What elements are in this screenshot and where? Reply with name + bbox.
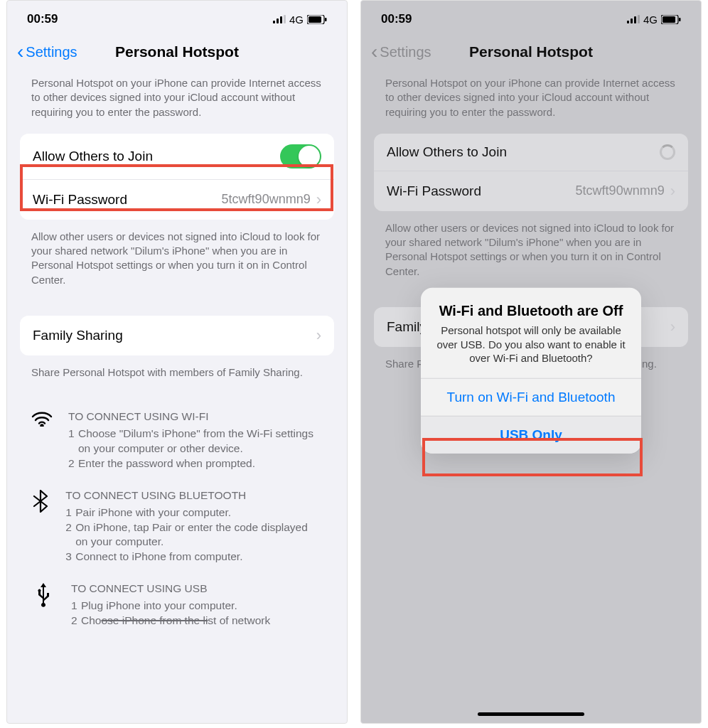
wifi-password-row[interactable]: Wi-Fi Password 5tcwft90wnmn9 › bbox=[374, 171, 688, 211]
svg-rect-11 bbox=[638, 15, 640, 23]
back-button[interactable]: ‹ Settings bbox=[17, 42, 77, 62]
wifi-icon bbox=[31, 410, 53, 471]
instr-usb: TO CONNECT USING USB 1 Plug iPhone into … bbox=[7, 572, 347, 636]
chevron-right-icon: › bbox=[316, 191, 321, 209]
allow-desc: Allow other users or devices not signed … bbox=[7, 224, 347, 287]
family-group: Family Sharing › bbox=[20, 316, 334, 355]
intro-text: Personal Hotspot on your iPhone can prov… bbox=[7, 73, 347, 129]
status-bar: 00:59 4G bbox=[7, 1, 347, 38]
screen-left: 00:59 4G ‹ Settings Personal Hotspot Per… bbox=[6, 0, 348, 724]
svg-rect-14 bbox=[679, 18, 681, 21]
alert-title: Wi-Fi and Bluetooth are Off bbox=[436, 302, 626, 319]
family-label: Family Sharing bbox=[33, 328, 123, 343]
chevron-right-icon: › bbox=[670, 182, 675, 200]
allow-label: Allow Others to Join bbox=[33, 149, 153, 164]
alert-usb-only-button[interactable]: USB Only bbox=[421, 415, 641, 453]
network-label: 4G bbox=[643, 14, 658, 26]
wifi-pw-value: 5tcwft90wnmn9 bbox=[576, 183, 665, 198]
bluetooth-icon bbox=[31, 488, 50, 565]
svg-point-7 bbox=[41, 425, 43, 427]
battery-icon bbox=[307, 15, 327, 24]
chevron-left-icon: ‹ bbox=[371, 42, 377, 62]
svg-rect-6 bbox=[325, 18, 327, 21]
svg-rect-2 bbox=[280, 16, 282, 23]
svg-rect-5 bbox=[309, 16, 321, 23]
alert-message: Personal hotspot will only be available … bbox=[436, 323, 626, 365]
wifi-pw-value: 5tcwft90wnmn9 bbox=[222, 192, 311, 207]
intro-text: Personal Hotspot on your iPhone can prov… bbox=[361, 73, 701, 129]
hotspot-group: Allow Others to Join Wi-Fi Password 5tcw… bbox=[20, 134, 334, 220]
network-label: 4G bbox=[289, 14, 304, 26]
svg-rect-10 bbox=[634, 16, 636, 23]
svg-rect-9 bbox=[631, 18, 633, 23]
svg-rect-8 bbox=[627, 21, 629, 23]
page-title: Personal Hotspot bbox=[469, 43, 593, 60]
status-time: 00:59 bbox=[381, 12, 412, 26]
nav-header: ‹ Settings Personal Hotspot bbox=[7, 38, 347, 73]
wifi-pw-label: Wi-Fi Password bbox=[387, 183, 481, 199]
loading-spinner-icon bbox=[660, 144, 675, 160]
family-desc: Share Personal Hotspot with members of F… bbox=[7, 360, 347, 380]
instr-bluetooth: TO CONNECT USING BLUETOOTH 1 Pair iPhone… bbox=[7, 478, 347, 572]
back-label: Settings bbox=[26, 44, 77, 60]
signal-icon bbox=[627, 15, 640, 23]
instr-title: TO CONNECT USING USB bbox=[71, 582, 270, 596]
screen-right: 00:59 4G ‹ Settings Personal Hotspot Per… bbox=[360, 0, 702, 724]
allow-others-row[interactable]: Allow Others to Join bbox=[20, 134, 334, 179]
allow-desc: Allow other users or devices not signed … bbox=[361, 215, 701, 279]
signal-icon bbox=[273, 15, 286, 23]
svg-rect-3 bbox=[284, 15, 286, 23]
alert-dialog: Wi-Fi and Bluetooth are Off Personal hot… bbox=[421, 288, 641, 454]
page-title: Personal Hotspot bbox=[115, 43, 239, 60]
allow-others-row[interactable]: Allow Others to Join bbox=[374, 134, 688, 171]
back-button[interactable]: ‹ Settings bbox=[371, 42, 431, 62]
instr-title: TO CONNECT USING BLUETOOTH bbox=[65, 488, 323, 503]
allow-label: Allow Others to Join bbox=[387, 144, 507, 160]
status-time: 00:59 bbox=[27, 12, 58, 26]
instr-title: TO CONNECT USING WI-FI bbox=[68, 410, 323, 424]
wifi-password-row[interactable]: Wi-Fi Password 5tcwft90wnmn9 › bbox=[20, 179, 334, 220]
chevron-right-icon: › bbox=[316, 326, 321, 345]
alert-turn-on-button[interactable]: Turn on Wi-Fi and Bluetooth bbox=[421, 378, 641, 415]
svg-rect-0 bbox=[273, 21, 275, 23]
battery-icon bbox=[661, 15, 681, 24]
status-bar: 00:59 4G bbox=[361, 1, 701, 38]
hotspot-group: Allow Others to Join Wi-Fi Password 5tcw… bbox=[374, 134, 688, 211]
home-indicator[interactable] bbox=[478, 712, 584, 716]
instr-wifi: TO CONNECT USING WI-FI 1 Choose "Dilum's… bbox=[7, 400, 347, 478]
usb-icon bbox=[31, 582, 55, 628]
wifi-pw-label: Wi-Fi Password bbox=[33, 192, 127, 208]
chevron-left-icon: ‹ bbox=[17, 42, 23, 62]
back-label: Settings bbox=[380, 44, 431, 60]
allow-toggle[interactable] bbox=[280, 144, 321, 168]
chevron-right-icon: › bbox=[670, 318, 675, 336]
svg-rect-13 bbox=[663, 16, 675, 23]
family-sharing-row[interactable]: Family Sharing › bbox=[20, 316, 334, 355]
svg-rect-1 bbox=[277, 18, 279, 23]
nav-header: ‹ Settings Personal Hotspot bbox=[361, 38, 701, 73]
